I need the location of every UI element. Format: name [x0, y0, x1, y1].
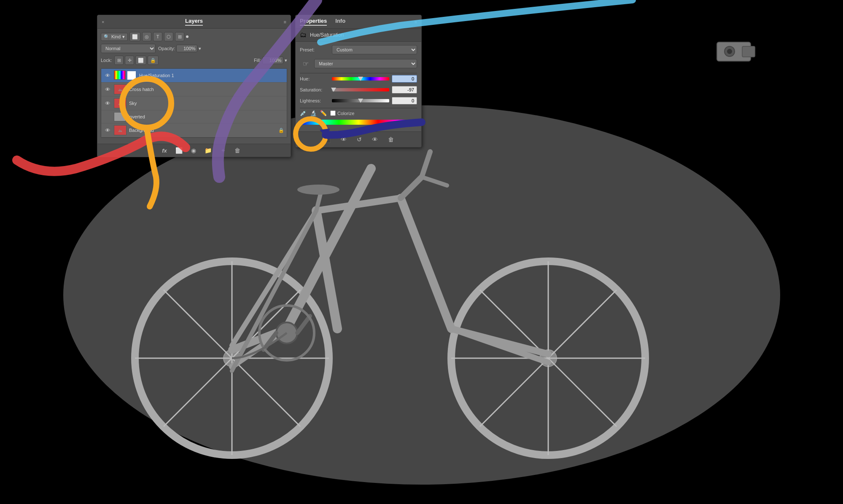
lock-label: Lock: — [101, 58, 112, 63]
layers-filter-dropdown[interactable]: 🔍 Kind ▾ — [101, 33, 128, 41]
layer-thumb-crosshatch: 🚲 — [114, 84, 127, 94]
eye-icon-huesat[interactable]: 👁 — [104, 72, 111, 79]
fill-input[interactable] — [262, 56, 283, 64]
properties-panel: Properties Info ≡ 🗂 Hue/Saturation Prese… — [295, 15, 422, 147]
lightness-row: Lightness: 0 — [300, 97, 417, 105]
hue-slider-track[interactable] — [332, 77, 389, 80]
preset-label: Preset: — [300, 47, 329, 52]
layers-tab[interactable]: Layers — [185, 18, 203, 26]
rainbow-color-bar — [300, 120, 417, 125]
layers-close-btn[interactable]: × — [102, 19, 104, 24]
properties-tab[interactable]: Properties — [300, 18, 327, 26]
hue-label: Hue: — [300, 76, 329, 81]
layers-lock-row: Lock: ⊞ ✛ ⬜ 🔒 Fill: ▾ — [101, 56, 287, 65]
layer-name-huesat: Hue/Saturation 1 — [139, 73, 284, 78]
huesat-title: Hue/Saturation — [310, 32, 344, 38]
huesat-adjustment-thumb — [114, 70, 126, 80]
eye-icon-sky[interactable]: 👁 — [104, 100, 111, 107]
lock-pixels-btn[interactable]: ⊞ — [114, 56, 124, 65]
properties-tabs: Properties Info — [300, 18, 345, 26]
huesat-adjustment-icon: 🗂 — [300, 31, 307, 39]
sat-slider-thumb[interactable] — [331, 88, 336, 92]
lightness-label: Lightness: — [300, 98, 329, 103]
eyedropper-row: 💉 🔬 ✏️ Colorize — [300, 110, 417, 116]
layer-name-crosshatch: Cross hatch — [129, 87, 284, 92]
saturation-label: Saturation: — [300, 87, 329, 92]
hue-slider-container[interactable] — [332, 75, 389, 82]
channel-row: ☞ Master — [300, 58, 417, 70]
properties-bottom-toolbar: ⬛ 👁 ↺ 👁 🗑 — [296, 131, 421, 147]
fill-chevron[interactable]: ▾ — [285, 58, 287, 63]
filter-image-btn[interactable]: ⬜ — [129, 32, 140, 41]
filter-dot — [186, 35, 189, 38]
eyedropper-subtract-btn[interactable]: ✏️ — [320, 110, 327, 116]
layer-item-sky[interactable]: 👁 🚲 Sky — [101, 97, 287, 110]
eye-icon-crosshatch[interactable]: 👁 — [104, 86, 111, 93]
eyedropper-btn[interactable]: 💉 — [300, 110, 307, 116]
lock-artboard-btn[interactable]: ⬜ — [135, 56, 146, 65]
reset-btn[interactable]: ↺ — [355, 135, 364, 144]
clip-to-layer-btn[interactable]: ⬛ — [322, 135, 332, 144]
opacity-label: Opacity: — [158, 46, 175, 51]
saturation-slider-container[interactable] — [332, 86, 389, 93]
filter-shape-btn[interactable]: ⬡ — [164, 32, 173, 41]
eyedropper-add-btn[interactable]: 🔬 — [310, 110, 317, 116]
properties-menu-btn[interactable]: ≡ — [415, 19, 417, 24]
blend-mode-dropdown[interactable]: Normal — [101, 44, 156, 53]
huesat-mask-thumb — [127, 70, 137, 80]
hue-slider-thumb[interactable] — [358, 77, 363, 81]
lock-all-btn[interactable]: 🔒 — [148, 56, 159, 65]
lightness-slider-track[interactable] — [332, 99, 389, 102]
layers-bottom-toolbar: ⛓ fx ⬜ ◉ 📁 ＋ 🗑 — [97, 144, 291, 157]
eye-icon-background[interactable]: 👁 — [104, 127, 111, 134]
adjustment-btn[interactable]: ◉ — [189, 146, 198, 155]
eye-toggle-btn[interactable]: 👁 — [339, 135, 348, 144]
saturation-slider-track[interactable] — [332, 88, 389, 91]
info-tab[interactable]: Info — [335, 18, 345, 26]
layers-blend-row: Normal Opacity: ▾ — [101, 44, 287, 53]
layer-name-inverted: Inverted — [128, 114, 284, 119]
colorize-label[interactable]: Colorize — [330, 110, 354, 116]
filter-circle-btn[interactable]: ◎ — [142, 32, 151, 41]
separator-2 — [300, 108, 417, 108]
delete-adjustment-btn[interactable]: 🗑 — [386, 135, 396, 144]
opacity-input[interactable] — [176, 45, 197, 52]
colorize-checkbox[interactable] — [330, 110, 336, 116]
layer-item-inverted[interactable]: Inverted — [101, 110, 287, 123]
layer-item-crosshatch[interactable]: 👁 🚲 Cross hatch — [101, 83, 287, 97]
huesat-header: 🗂 Hue/Saturation — [296, 29, 421, 42]
delete-layer-btn[interactable]: 🗑 — [233, 146, 242, 155]
properties-body: Preset: Custom ☞ Master Hue: 0 Satu — [296, 42, 421, 131]
fx-btn[interactable]: fx — [160, 147, 169, 155]
new-layer-btn[interactable]: ＋ — [218, 146, 228, 155]
layer-item-background[interactable]: 👁 🚲 Background 🔒 — [101, 123, 287, 137]
saturation-value-input[interactable]: -97 — [392, 86, 417, 94]
lightness-value-input[interactable]: 0 — [392, 97, 417, 105]
link-layers-btn[interactable]: ⛓ — [146, 146, 155, 155]
colorize-text: Colorize — [337, 111, 354, 116]
layer-name-sky: Sky — [129, 101, 284, 106]
filter-text-btn[interactable]: T — [153, 32, 162, 41]
layers-menu-btn[interactable]: ≡ — [284, 19, 286, 24]
lock-icons: ⊞ ✛ ⬜ 🔒 — [114, 56, 159, 65]
add-mask-btn[interactable]: ⬜ — [174, 146, 184, 155]
fill-label: Fill: — [254, 58, 261, 63]
layers-panel: × Layers ≡ 🔍 Kind ▾ ⬜ ◎ T ⬡ ⊞ Normal — [97, 15, 291, 157]
layer-name-background: Background — [129, 128, 276, 133]
svg-point-28 — [297, 185, 339, 195]
visibility-btn[interactable]: 👁 — [370, 135, 380, 144]
group-btn[interactable]: 📁 — [203, 146, 213, 155]
preset-row: Preset: Custom — [300, 45, 417, 54]
lightness-slider-thumb[interactable] — [358, 99, 363, 103]
on-image-tool-icon[interactable]: ☞ — [300, 58, 312, 70]
layer-item-huesat[interactable]: 👁 Hue/Saturation 1 — [101, 69, 287, 83]
hue-value-input[interactable]: 0 — [392, 75, 417, 83]
preset-dropdown[interactable]: Custom — [332, 45, 417, 54]
lightness-slider-container[interactable] — [332, 97, 389, 104]
filter-smart-btn[interactable]: ⊞ — [175, 32, 184, 41]
layer-thumb-sky: 🚲 — [114, 98, 127, 108]
opacity-chevron[interactable]: ▾ — [199, 46, 201, 51]
fill-control: Fill: ▾ — [254, 56, 287, 64]
lock-position-btn[interactable]: ✛ — [125, 56, 134, 65]
channel-dropdown[interactable]: Master — [314, 59, 417, 68]
